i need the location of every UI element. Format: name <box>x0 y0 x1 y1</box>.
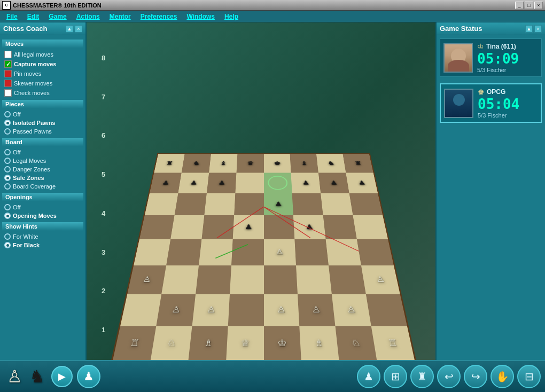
board-coverage-option[interactable]: Board Coverage <box>2 182 83 191</box>
status-minimize-button[interactable]: ▲ <box>525 25 533 33</box>
cell-6-0[interactable] <box>120 294 161 326</box>
cell-1-7[interactable]: ♟ <box>346 173 378 193</box>
all-legal-moves-checkbox[interactable] <box>4 51 12 58</box>
cell-0-4[interactable]: ♚ <box>264 154 291 173</box>
cell-4-4[interactable]: ♙ <box>264 239 297 265</box>
for-black-radio[interactable] <box>4 242 11 248</box>
cell-1-1[interactable]: ♟ <box>178 173 209 193</box>
all-legal-moves-option[interactable]: All legal moves <box>2 50 83 59</box>
danger-zones-radio[interactable] <box>4 166 11 173</box>
play-button[interactable]: ▶ <box>51 366 73 387</box>
cell-4-5[interactable] <box>295 239 329 265</box>
cell-2-4[interactable]: ♟ <box>264 193 294 215</box>
pieces-off-option[interactable]: Off <box>2 110 83 119</box>
cell-0-6[interactable]: ♞ <box>316 154 346 173</box>
close-button[interactable]: × <box>534 2 543 9</box>
cell-7-4[interactable]: ♔ <box>264 326 302 361</box>
cell-6-5[interactable]: ♙ <box>298 294 335 326</box>
cell-7-5[interactable]: ♗ <box>300 326 339 361</box>
skewer-moves-checkbox[interactable] <box>4 80 12 87</box>
cell-3-2[interactable] <box>201 215 234 239</box>
cell-3-1[interactable] <box>170 215 204 239</box>
opening-moves-option[interactable]: Opening Moves <box>2 211 83 220</box>
cell-1-2[interactable]: ♟ <box>207 173 236 193</box>
panel-close-button[interactable]: × <box>75 25 82 33</box>
safe-zones-radio[interactable] <box>4 175 11 181</box>
cell-2-5[interactable] <box>292 193 323 215</box>
cell-5-7[interactable]: ♙ <box>361 265 400 294</box>
cell-4-2[interactable] <box>199 239 233 265</box>
board-off-radio[interactable] <box>4 149 11 155</box>
capture-moves-checkbox[interactable]: ✓ <box>4 60 12 68</box>
menu-help[interactable]: Help <box>220 12 243 21</box>
chess-board[interactable]: ♜♞♝♛♚♝♞♜♟♟♟♟♟♟♟♟♟♙♙♙♙♙♙♙♙♖♘♗♕♔♗♘♖ <box>111 153 417 363</box>
cell-7-7[interactable]: ♖ <box>371 326 415 361</box>
tool-board-button[interactable]: ⊞ <box>384 365 407 388</box>
cell-7-2[interactable]: ♗ <box>188 326 228 361</box>
forward-button[interactable]: ♟ <box>77 365 100 388</box>
cell-0-5[interactable]: ♝ <box>290 154 318 173</box>
cell-4-7[interactable] <box>357 239 394 265</box>
cell-3-5[interactable]: ♟ <box>293 215 326 239</box>
board-coverage-radio[interactable] <box>4 183 11 190</box>
cell-7-3[interactable]: ♕ <box>226 326 264 361</box>
cell-3-0[interactable] <box>139 215 175 239</box>
tool-moves-button[interactable]: ♜ <box>410 365 434 388</box>
cell-0-3[interactable]: ♛ <box>236 154 263 173</box>
isolated-pawns-radio[interactable] <box>4 120 11 126</box>
openings-off-radio[interactable] <box>4 204 11 210</box>
cell-1-5[interactable]: ♟ <box>291 173 321 193</box>
check-moves-checkbox[interactable] <box>4 89 12 97</box>
menu-game[interactable]: Game <box>44 12 71 21</box>
cell-2-2[interactable] <box>204 193 235 215</box>
minimize-button[interactable]: _ <box>515 2 524 9</box>
pieces-off-radio[interactable] <box>4 111 11 117</box>
cell-6-4[interactable]: ♙ <box>264 294 300 326</box>
safe-zones-option[interactable]: Safe Zones <box>2 174 83 182</box>
cell-5-4[interactable] <box>264 265 298 294</box>
cell-2-1[interactable] <box>175 193 207 215</box>
tool-hand-button[interactable]: ✋ <box>490 365 514 388</box>
menu-actions[interactable]: Actions <box>72 12 104 21</box>
cell-6-6[interactable]: ♙ <box>332 294 371 326</box>
panel-minimize-button[interactable]: ▲ <box>66 25 73 33</box>
cell-6-1[interactable]: ♙ <box>156 294 196 326</box>
cell-5-6[interactable] <box>329 265 366 294</box>
menu-preferences[interactable]: Preferences <box>136 12 182 21</box>
cell-5-2[interactable] <box>196 265 231 294</box>
menu-mentor[interactable]: Mentor <box>105 12 135 21</box>
cell-7-1[interactable]: ♘ <box>150 326 192 361</box>
cell-1-0[interactable]: ♟ <box>150 173 182 193</box>
cell-7-6[interactable]: ♘ <box>336 326 377 361</box>
maximize-button[interactable]: □ <box>525 2 533 9</box>
legal-moves-option[interactable]: Legal Moves <box>2 156 83 165</box>
menu-windows[interactable]: Windows <box>182 12 219 21</box>
for-black-option[interactable]: For Black <box>2 241 83 249</box>
passed-pawns-option[interactable]: Passed Pawns <box>2 127 83 136</box>
cell-3-6[interactable] <box>323 215 357 239</box>
cell-0-0[interactable]: ♜ <box>154 154 184 173</box>
tool-redo-button[interactable]: ↪ <box>464 365 487 388</box>
pin-moves-checkbox[interactable] <box>4 70 12 77</box>
cell-2-7[interactable] <box>349 193 383 215</box>
menu-file[interactable]: File <box>2 12 22 21</box>
cell-5-3[interactable] <box>230 265 264 294</box>
skewer-moves-option[interactable]: Skewer moves <box>2 79 83 88</box>
tool-undo-button[interactable]: ↩ <box>437 365 461 388</box>
cell-5-5[interactable] <box>296 265 332 294</box>
capture-moves-option[interactable]: ✓ Capture moves <box>2 59 83 69</box>
isolated-pawns-option[interactable]: Isolated Pawns <box>2 119 83 127</box>
cell-2-0[interactable] <box>145 193 178 215</box>
cell-3-3[interactable]: ♟ <box>232 215 263 239</box>
cell-3-7[interactable] <box>353 215 388 239</box>
status-close-button[interactable]: × <box>534 25 542 33</box>
check-moves-option[interactable]: Check moves <box>2 88 83 98</box>
cell-1-6[interactable]: ♟ <box>318 173 349 193</box>
pin-moves-option[interactable]: Pin moves <box>2 69 83 79</box>
cell-3-4[interactable] <box>264 215 295 239</box>
cell-4-1[interactable] <box>166 239 201 265</box>
cell-6-2[interactable]: ♙ <box>192 294 229 326</box>
cell-4-3[interactable] <box>231 239 264 265</box>
cell-6-3[interactable] <box>228 294 263 326</box>
cell-0-2[interactable]: ♝ <box>209 154 237 173</box>
